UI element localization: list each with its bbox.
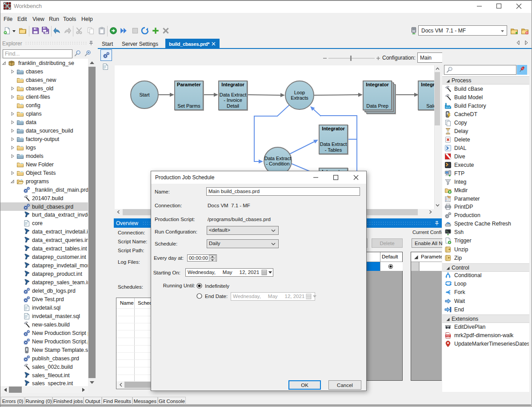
svg-text:PDF: PDF [446, 334, 450, 337]
